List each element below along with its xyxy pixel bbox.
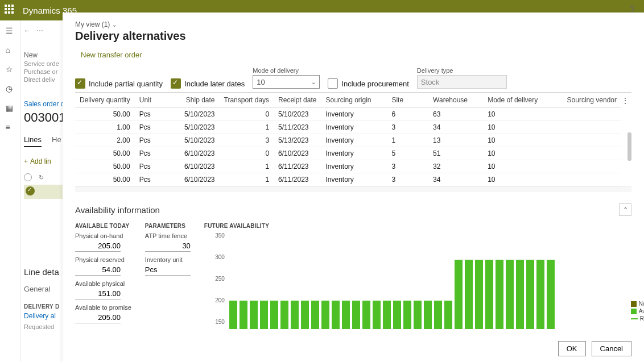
home-icon[interactable]: ⌂ bbox=[6, 45, 15, 55]
line-details-heading: Line deta bbox=[24, 267, 68, 277]
mode-of-delivery-select[interactable]: 10 ⌄ bbox=[253, 75, 320, 89]
back-icon[interactable]: ← bbox=[24, 27, 31, 35]
chart-bar bbox=[332, 301, 340, 329]
delivery-type-readonly: Stock bbox=[417, 75, 507, 89]
filter-row: Include partial quantity Include later d… bbox=[75, 67, 631, 89]
parameters-column: PARAMETERS ATP time fence 30 Inventory u… bbox=[145, 223, 191, 280]
include-procurement-checkbox[interactable]: Include procurement bbox=[328, 78, 409, 89]
delivery-alternatives-panel: My view (1) ⌄ Delivery alternatives New … bbox=[63, 13, 644, 362]
edit-icon[interactable]: ⋯ bbox=[36, 27, 43, 35]
delivery-section-label: DELIVERY D bbox=[24, 303, 68, 310]
delivery-alternatives-link[interactable]: Delivery al bbox=[24, 312, 68, 320]
col-transport[interactable]: Transport days bbox=[220, 93, 274, 108]
breadcrumb[interactable]: My view (1) ⌄ bbox=[75, 20, 631, 28]
col-origin[interactable]: Sourcing origin bbox=[321, 93, 387, 108]
chart-bar bbox=[547, 260, 555, 329]
availability-grid: AVAILABLE TODAY Physical on-hand 205.00 … bbox=[75, 223, 631, 335]
table-row[interactable]: 50.00Pcs6/10/202316/11/2023Inventory3321… bbox=[75, 160, 621, 173]
vertical-scrollbar[interactable] bbox=[628, 132, 631, 161]
physical-reserved-value[interactable]: 54.00 bbox=[75, 264, 121, 276]
more-columns-icon[interactable]: ⋮ bbox=[621, 96, 629, 105]
chart-bar bbox=[455, 260, 463, 329]
hamburger-icon[interactable]: ☰ bbox=[6, 26, 15, 35]
row-select-1[interactable] bbox=[24, 173, 32, 181]
col-mode[interactable]: Mode of delivery bbox=[483, 93, 555, 108]
physical-reserved-label: Physical reserved bbox=[75, 256, 131, 263]
chart-bar bbox=[434, 301, 442, 329]
order-number: 003001 bbox=[24, 110, 68, 125]
cancel-button[interactable]: Cancel bbox=[592, 341, 631, 356]
chart-bar bbox=[352, 301, 360, 329]
requested-label: Requested bbox=[24, 323, 68, 330]
ok-button[interactable]: OK bbox=[558, 341, 586, 356]
future-availability-chart: 150200250300350 Not available to promise… bbox=[210, 232, 631, 335]
legend-swatch-av bbox=[631, 309, 637, 314]
available-to-promise-value[interactable]: 205.00 bbox=[75, 312, 121, 323]
service-order-link[interactable]: Service orde bbox=[24, 60, 68, 67]
delivery-type-field: Delivery type Stock bbox=[417, 67, 507, 89]
available-physical-label: Available physical bbox=[75, 280, 131, 287]
future-availability-heading: FUTURE AVAILABILITY bbox=[204, 223, 631, 229]
table-row[interactable]: 2.00Pcs5/10/202335/13/2023Inventory11310 bbox=[75, 134, 621, 147]
chart-bar bbox=[424, 301, 432, 329]
recent-icon[interactable]: ◷ bbox=[6, 84, 15, 93]
inventory-unit-value[interactable]: Pcs bbox=[145, 264, 191, 276]
workspace-icon[interactable]: ▦ bbox=[6, 103, 15, 113]
col-receipt[interactable]: Receipt date bbox=[274, 93, 321, 108]
col-vendor[interactable]: Sourcing vendor bbox=[555, 93, 621, 108]
chart-bar bbox=[496, 260, 503, 329]
col-unit[interactable]: Unit bbox=[135, 93, 156, 108]
tab-header[interactable]: He bbox=[52, 135, 61, 147]
table-row[interactable]: 1.00Pcs5/10/202315/11/2023Inventory33410 bbox=[75, 121, 621, 134]
chart-bar bbox=[362, 301, 370, 329]
available-physical-value[interactable]: 151.00 bbox=[75, 288, 121, 299]
table-row[interactable]: 50.00Pcs6/10/202306/10/2023Inventory5511… bbox=[75, 147, 621, 160]
page-title: Delivery alternatives bbox=[75, 30, 631, 43]
mode-label: Mode of delivery bbox=[253, 67, 320, 74]
col-site[interactable]: Site bbox=[387, 93, 428, 108]
refresh-icon[interactable]: ↻ bbox=[39, 174, 44, 181]
tab-lines[interactable]: Lines bbox=[24, 135, 42, 147]
chart-bar bbox=[526, 260, 534, 329]
chart-bar bbox=[516, 260, 524, 329]
star-icon[interactable]: ☆ bbox=[6, 65, 15, 74]
new-transfer-order-button[interactable]: New transfer order bbox=[81, 51, 142, 59]
chart-bar bbox=[280, 301, 288, 329]
table-header-row: Delivery quantity Unit Ship date Transpo… bbox=[75, 93, 621, 108]
horizontal-scrollbar[interactable] bbox=[75, 186, 631, 192]
sales-order-breadcrumb[interactable]: Sales order c bbox=[24, 100, 68, 108]
chart-bar bbox=[321, 301, 329, 329]
chart-bar bbox=[291, 301, 299, 329]
chart-bar bbox=[414, 301, 422, 329]
row-select-2-checked[interactable] bbox=[26, 186, 35, 195]
chart-bar bbox=[393, 301, 401, 329]
table-row[interactable]: 50.00Pcs6/10/202316/11/2023Inventory3341… bbox=[75, 173, 621, 186]
alternatives-table: Delivery quantity Unit Ship date Transpo… bbox=[75, 93, 621, 186]
list-icon[interactable]: ≡ bbox=[6, 123, 15, 132]
purchase-order-link[interactable]: Purchase or bbox=[24, 68, 68, 75]
atp-time-fence-value[interactable]: 30 bbox=[145, 240, 191, 252]
add-line-button[interactable]: +Add lin bbox=[24, 157, 68, 165]
checkbox-checked-icon bbox=[75, 78, 85, 89]
chart-bar bbox=[373, 301, 381, 329]
availability-section-header: Availability information ⌃ bbox=[75, 201, 631, 218]
tab-general[interactable]: General bbox=[24, 285, 68, 293]
app-launcher-icon[interactable] bbox=[5, 5, 16, 16]
col-warehouse[interactable]: Warehouse bbox=[428, 93, 483, 108]
col-qty[interactable]: Delivery quantity bbox=[75, 93, 135, 108]
chart-bar bbox=[270, 301, 278, 329]
include-later-checkbox[interactable]: Include later dates bbox=[171, 78, 245, 89]
table-row[interactable]: 50.00Pcs5/10/202305/10/2023Inventory6631… bbox=[75, 108, 621, 121]
include-partial-checkbox[interactable]: Include partial quantity bbox=[75, 78, 163, 89]
inventory-unit-label: Inventory unit bbox=[145, 256, 191, 263]
direct-delivery-link[interactable]: Direct deliv bbox=[24, 76, 68, 83]
collapse-icon[interactable]: ⌃ bbox=[619, 203, 631, 216]
chart-bar bbox=[250, 301, 258, 329]
chart-bar bbox=[301, 301, 309, 329]
physical-onhand-value[interactable]: 205.00 bbox=[75, 240, 121, 252]
chart-bar bbox=[311, 301, 319, 329]
physical-onhand-label: Physical on-hand bbox=[75, 232, 131, 239]
available-to-promise-label: Available to promise bbox=[75, 304, 131, 311]
col-ship[interactable]: Ship date bbox=[156, 93, 219, 108]
footer-buttons: OK Cancel bbox=[558, 341, 631, 356]
